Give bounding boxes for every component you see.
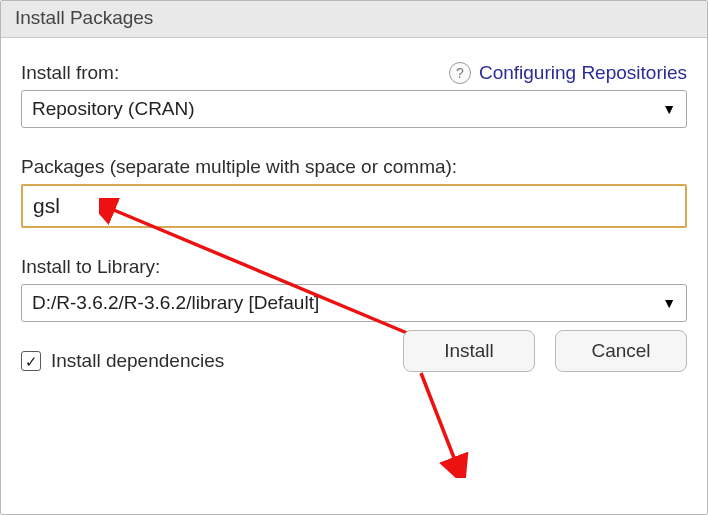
install-to-select[interactable]: D:/R-3.6.2/R-3.6.2/library [Default] ▼ xyxy=(21,284,687,322)
cancel-button[interactable]: Cancel xyxy=(555,330,687,372)
install-button[interactable]: Install xyxy=(403,330,535,372)
install-from-value: Repository (CRAN) xyxy=(32,98,195,120)
svg-line-1 xyxy=(421,373,456,463)
dialog-body: Install from: ? Configuring Repositories… xyxy=(1,38,707,390)
help-icon[interactable]: ? xyxy=(449,62,471,84)
install-dependencies-label: Install dependencies xyxy=(51,350,224,372)
install-packages-dialog: Install Packages Install from: ? Configu… xyxy=(0,0,708,515)
install-dependencies-checkbox[interactable]: ✓ xyxy=(21,351,41,371)
install-from-label: Install from: xyxy=(21,62,119,84)
configuring-repositories-link[interactable]: Configuring Repositories xyxy=(479,62,687,84)
chevron-down-icon: ▼ xyxy=(662,295,676,311)
packages-label: Packages (separate multiple with space o… xyxy=(21,156,687,178)
install-to-value: D:/R-3.6.2/R-3.6.2/library [Default] xyxy=(32,292,319,314)
packages-input[interactable] xyxy=(21,184,687,228)
annotation-arrow-icon xyxy=(401,368,491,478)
install-to-label: Install to Library: xyxy=(21,256,687,278)
dialog-title: Install Packages xyxy=(1,1,707,38)
chevron-down-icon: ▼ xyxy=(662,101,676,117)
help-link-group: ? Configuring Repositories xyxy=(449,62,687,84)
install-from-select[interactable]: Repository (CRAN) ▼ xyxy=(21,90,687,128)
